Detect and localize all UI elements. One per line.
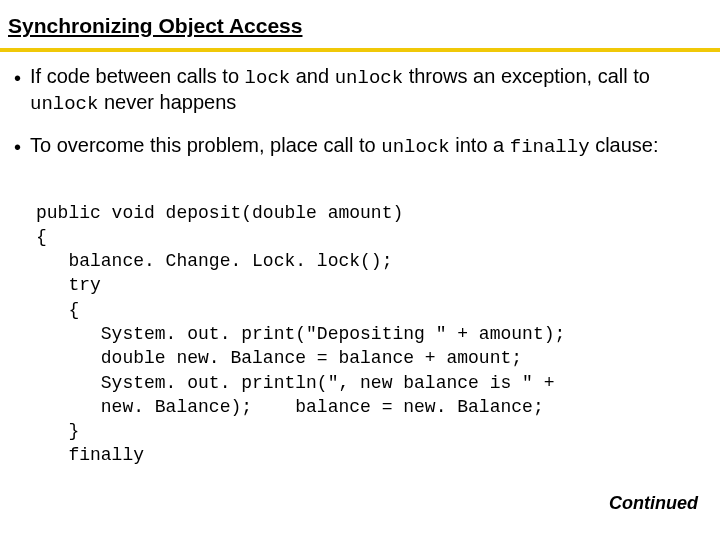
slide: Synchronizing Object Access If code betw…: [0, 0, 720, 540]
text-run: throws an exception, call to: [403, 65, 650, 87]
text-run: clause:: [590, 134, 659, 156]
bullet-item: If code between calls to lock and unlock…: [14, 64, 698, 117]
slide-title: Synchronizing Object Access: [8, 14, 302, 37]
code-run: unlock: [381, 136, 449, 158]
code-line: new. Balance); balance = new. Balance;: [36, 397, 544, 417]
code-run: lock: [245, 67, 291, 89]
bullet-text: If code between calls to lock and unlock…: [30, 64, 698, 117]
code-line: {: [36, 300, 79, 320]
bullet-item: To overcome this problem, place call to …: [14, 133, 698, 161]
bullet-dot-icon: [14, 64, 30, 92]
code-line: double new. Balance = balance + amount;: [36, 348, 522, 368]
text-run: To overcome this problem, place call to: [30, 134, 381, 156]
code-line: balance. Change. Lock. lock();: [36, 251, 392, 271]
code-line: public void deposit(double amount): [36, 203, 403, 223]
code-run: unlock: [30, 93, 98, 115]
text-run: never happens: [98, 91, 236, 113]
continued-label: Continued: [609, 493, 698, 514]
code-line: }: [36, 421, 79, 441]
code-line: try: [36, 275, 101, 295]
bullet-text: To overcome this problem, place call to …: [30, 133, 698, 159]
code-line: System. out. print("Depositing " + amoun…: [36, 324, 565, 344]
text-run: and: [290, 65, 334, 87]
divider-rule: [0, 48, 720, 52]
text-run: into a: [450, 134, 510, 156]
code-line: finally: [36, 445, 144, 465]
code-block: public void deposit(double amount) { bal…: [36, 176, 698, 492]
code-line: {: [36, 227, 47, 247]
slide-body: If code between calls to lock and unlock…: [0, 64, 720, 492]
code-run: unlock: [335, 67, 403, 89]
bullet-dot-icon: [14, 133, 30, 161]
title-area: Synchronizing Object Access: [0, 0, 720, 44]
code-line: System. out. println(", new balance is "…: [36, 373, 554, 393]
code-run: finally: [510, 136, 590, 158]
text-run: If code between calls to: [30, 65, 245, 87]
